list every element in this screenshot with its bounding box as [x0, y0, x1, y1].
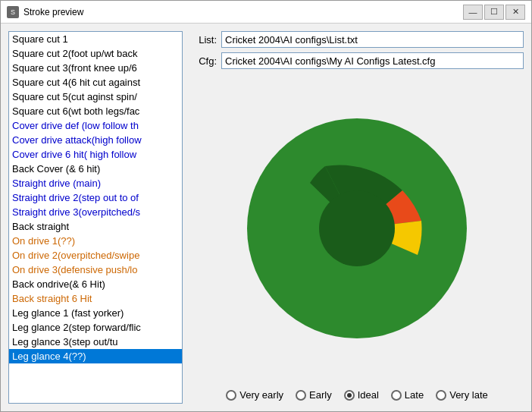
- stroke-list-item[interactable]: Square cut 1: [9, 32, 182, 46]
- radio-label-late: Late: [405, 389, 424, 401]
- radio-circle-ideal: [344, 390, 355, 401]
- list-row: List:: [190, 31, 524, 48]
- stroke-list-item[interactable]: Cover drive 6 hit( high follow: [9, 147, 182, 162]
- stroke-list-item[interactable]: Back Cover (& 6 hit): [9, 162, 182, 176]
- window-title: Stroke preview: [23, 7, 463, 17]
- stroke-list-item[interactable]: Leg glance 3(step out/tu: [9, 335, 182, 349]
- stroke-list-item[interactable]: Straight drive 2(step out to of: [9, 190, 182, 205]
- stroke-list[interactable]: Square cut 1Square cut 2(foot up/wt back…: [8, 31, 183, 404]
- stroke-list-item[interactable]: Leg glance 1 (fast yorker): [9, 306, 182, 320]
- radio-item-late[interactable]: Late: [391, 389, 424, 401]
- left-panel: Square cut 1Square cut 2(foot up/wt back…: [8, 31, 183, 404]
- radio-item-early[interactable]: Early: [296, 389, 332, 401]
- stroke-list-item[interactable]: Square cut 5(cut aginst spin/: [9, 90, 182, 104]
- stroke-list-item[interactable]: Leg glance 4(??): [9, 349, 182, 363]
- radio-circle-late: [391, 390, 402, 401]
- radio-label-ideal: Ideal: [358, 389, 379, 401]
- titlebar: S Stroke preview — ☐ ✕: [1, 1, 531, 24]
- stroke-list-item[interactable]: Straight drive (main): [9, 176, 182, 190]
- radio-group: Very earlyEarlyIdealLateVery late: [190, 383, 524, 404]
- list-label: List:: [190, 34, 217, 46]
- stroke-list-item[interactable]: Straight drive 3(overpitched/s: [9, 205, 182, 219]
- stroke-list-item[interactable]: Back straight: [9, 219, 182, 234]
- radio-item-ideal[interactable]: Ideal: [344, 389, 379, 401]
- stroke-list-item[interactable]: Square cut 4(6 hit cut against: [9, 75, 182, 90]
- window-controls: — ☐ ✕: [463, 5, 525, 20]
- stroke-list-item[interactable]: Back straight 6 Hit: [9, 291, 182, 306]
- pie-chart: [243, 115, 471, 342]
- stroke-list-item[interactable]: Cover drive def (low follow th: [9, 118, 182, 133]
- stroke-list-item[interactable]: Back ondrive(& 6 Hit): [9, 277, 182, 291]
- main-window: S Stroke preview — ☐ ✕ Square cut 1Squar…: [0, 0, 532, 412]
- radio-label-very_early: Very early: [239, 389, 283, 401]
- radio-label-very_late: Very late: [449, 389, 488, 401]
- radio-label-early: Early: [309, 389, 332, 401]
- app-icon: S: [7, 6, 19, 18]
- right-panel: List: Cfg:: [190, 31, 524, 404]
- stroke-list-item[interactable]: Square cut 2(foot up/wt back: [9, 46, 182, 61]
- cfg-label: Cfg:: [190, 55, 217, 67]
- minimize-button[interactable]: —: [463, 5, 483, 20]
- stroke-list-item[interactable]: Leg glance 2(step forward/flic: [9, 320, 182, 335]
- chart-area: [190, 74, 524, 383]
- stroke-list-item[interactable]: On drive 3(defensive push/lo: [9, 263, 182, 277]
- list-input[interactable]: [221, 31, 524, 48]
- radio-circle-very_early: [226, 390, 236, 401]
- cfg-input[interactable]: [221, 52, 524, 69]
- stroke-list-item[interactable]: Square cut 6(wt both legs/fac: [9, 104, 182, 118]
- maximize-button[interactable]: ☐: [484, 5, 504, 20]
- radio-circle-very_late: [436, 390, 446, 401]
- radio-item-very_late[interactable]: Very late: [436, 389, 488, 401]
- radio-item-very_early[interactable]: Very early: [226, 389, 283, 401]
- content-area: Square cut 1Square cut 2(foot up/wt back…: [1, 24, 531, 411]
- stroke-list-item[interactable]: On drive 1(??): [9, 234, 182, 248]
- stroke-list-item[interactable]: On drive 2(overpitched/swipe: [9, 248, 182, 263]
- cfg-row: Cfg:: [190, 52, 524, 69]
- stroke-list-item[interactable]: Cover drive attack(high follow: [9, 133, 182, 147]
- stroke-list-item[interactable]: Square cut 3(front knee up/6: [9, 61, 182, 75]
- close-button[interactable]: ✕: [505, 5, 525, 20]
- svg-point-1: [319, 190, 395, 266]
- radio-circle-early: [296, 390, 306, 401]
